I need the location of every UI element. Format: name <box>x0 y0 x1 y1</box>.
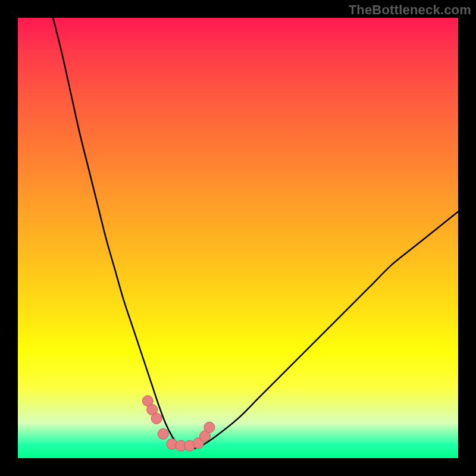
curve-group <box>53 18 458 449</box>
watermark-text: TheBottleneck.com <box>349 2 471 18</box>
marker-point <box>204 422 215 433</box>
bottleneck-chart <box>18 18 458 458</box>
marker-group <box>142 396 215 451</box>
bottleneck-curve-path <box>53 18 458 449</box>
marker-point <box>151 413 162 424</box>
marker-point <box>158 428 168 439</box>
